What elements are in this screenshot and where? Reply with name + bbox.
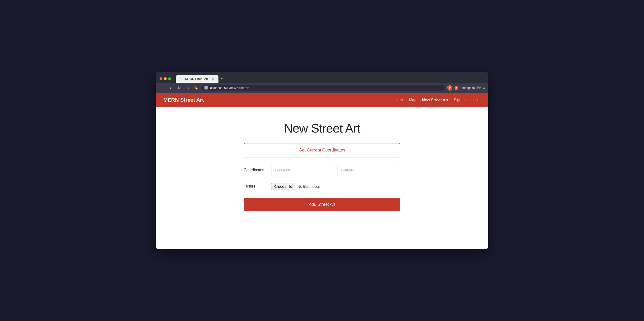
back-button[interactable]: ‹: [159, 85, 165, 91]
notification-count: 7: [456, 87, 457, 89]
navbar: MERN Street Art List Map New Street Art …: [156, 93, 488, 107]
latitude-input[interactable]: [337, 165, 400, 175]
tab-favicon-icon: ⚛: [180, 77, 183, 81]
home-button[interactable]: ⌂: [184, 85, 191, 91]
bookmark-button[interactable]: 🔖: [193, 85, 200, 91]
picture-label: Picture: [244, 184, 268, 188]
security-icon: ℹ️: [204, 86, 208, 90]
close-button[interactable]: [160, 77, 162, 80]
navbar-links: List Map New Street Art Signup Login: [397, 98, 481, 102]
coordinates-label: Coordinates: [244, 168, 268, 172]
notification-badge: 7: [454, 86, 458, 90]
no-file-chosen-text: No file chosen: [298, 184, 320, 188]
minimize-button[interactable]: [164, 77, 167, 80]
forward-button[interactable]: ›: [167, 85, 174, 91]
address-bar[interactable]: ℹ️: [201, 85, 445, 91]
app-content: MERN Street Art List Map New Street Art …: [156, 93, 488, 249]
choose-file-button[interactable]: Choose file: [271, 183, 295, 190]
traffic-lights: [160, 77, 171, 80]
browser-chrome: ⚛ MERN Street Art × + ‹ › ↻ ⌂ 🔖 ℹ️: [156, 72, 488, 93]
file-input-wrapper: Choose file No file chosen: [271, 183, 320, 190]
nav-link-new-street-art[interactable]: New Street Art: [422, 98, 448, 102]
brave-shield-icon: [447, 85, 452, 91]
browser-actions: 7 Incognito 🕶 ≡: [447, 85, 485, 91]
nav-link-login[interactable]: Login: [471, 98, 481, 102]
longitude-input[interactable]: [271, 165, 334, 175]
toolbar-divider: [460, 86, 460, 90]
tab-title: MERN Street Art: [185, 77, 209, 81]
page-title: New Street Art: [284, 121, 360, 135]
nav-link-signup[interactable]: Signup: [454, 98, 466, 102]
browser-titlebar: ⚛ MERN Street Art × +: [156, 72, 488, 83]
active-tab[interactable]: ⚛ MERN Street Art ×: [176, 75, 218, 83]
get-coordinates-button[interactable]: Get Current Coordinates: [244, 143, 400, 158]
incognito-label: Incognito: [462, 86, 475, 90]
main-content: New Street Art Get Current Coordinates C…: [156, 107, 488, 249]
coordinates-row: Coordinates: [244, 165, 400, 175]
tab-close-icon[interactable]: ×: [211, 77, 215, 81]
add-street-art-button[interactable]: Add Street Art: [244, 198, 400, 211]
picture-row: Picture Choose file No file chosen: [244, 183, 400, 190]
new-tab-button[interactable]: +: [218, 75, 225, 82]
browser-window: ⚛ MERN Street Art × + ‹ › ↻ ⌂ 🔖 ℹ️: [156, 72, 488, 249]
address-input[interactable]: [210, 86, 442, 90]
coordinates-fields: [271, 165, 400, 175]
nav-link-list[interactable]: List: [397, 98, 403, 102]
browser-toolbar: ‹ › ↻ ⌂ 🔖 ℹ️ 7 Incognito: [156, 83, 488, 93]
maximize-button[interactable]: [168, 77, 171, 80]
menu-button[interactable]: ≡: [483, 85, 485, 90]
reload-button[interactable]: ↻: [176, 85, 182, 91]
incognito-glasses-icon: 🕶: [476, 85, 481, 90]
navbar-brand[interactable]: MERN Street Art: [163, 97, 204, 103]
nav-link-map[interactable]: Map: [409, 98, 416, 102]
form-container: New Street Art Get Current Coordinates C…: [244, 121, 400, 235]
tab-bar: ⚛ MERN Street Art × +: [176, 75, 484, 83]
